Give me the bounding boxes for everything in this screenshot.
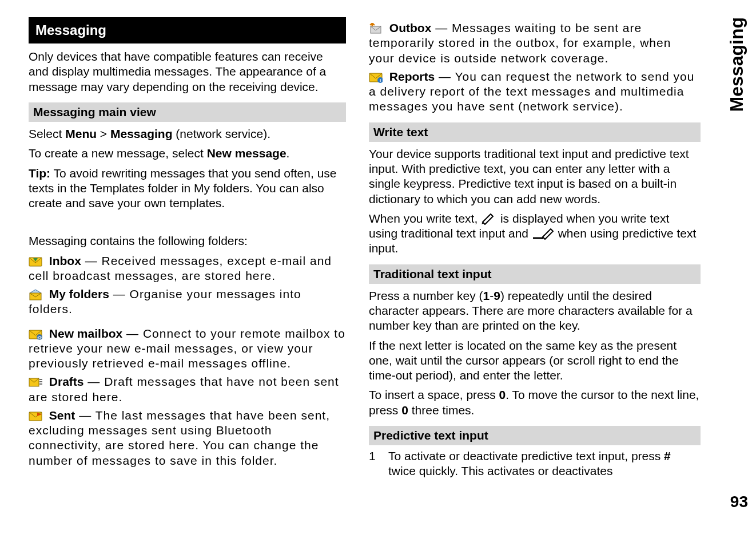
text: . bbox=[287, 147, 290, 160]
folder-new-mailbox: New mailbox — Connect to your remote mai… bbox=[29, 326, 346, 371]
new-message-line: To create a new message, select New mess… bbox=[29, 146, 346, 161]
folder-name: My folders bbox=[49, 287, 109, 300]
folder-name: New mailbox bbox=[49, 327, 122, 340]
inbox-icon bbox=[29, 256, 42, 267]
section-title: Messaging bbox=[29, 17, 346, 43]
text: twice quickly. This activates or deactiv… bbox=[388, 464, 613, 477]
folder-name: Sent bbox=[49, 409, 75, 422]
step-body: To activate or deactivate predictive tex… bbox=[388, 449, 701, 479]
tip-paragraph: Tip: To avoid rewriting messages that yo… bbox=[29, 166, 346, 211]
folder-inbox: Inbox — Received messages, except e-mail… bbox=[29, 254, 346, 284]
text: To create a new message, select bbox=[29, 147, 207, 160]
predictive-steps: 1 To activate or deactivate predictive t… bbox=[369, 449, 701, 479]
intro-text: Only devices that have compatible featur… bbox=[29, 49, 346, 94]
new-mailbox-icon bbox=[29, 329, 42, 340]
folder-sent: Sent — The last messages that have been … bbox=[29, 408, 346, 468]
heading-predictive-text-input: Predictive text input bbox=[369, 426, 701, 445]
write-text-inline: When you write text, is displayed when y… bbox=[369, 211, 701, 256]
select-line: Select Menu > Messaging (network service… bbox=[29, 126, 346, 141]
text: To activate or deactivate predictive tex… bbox=[388, 449, 664, 462]
text: Press a number key ( bbox=[369, 289, 483, 302]
tip-label: Tip: bbox=[29, 167, 50, 180]
tip-body: To avoid rewriting messages that you sen… bbox=[29, 167, 337, 210]
list-item: 1 To activate or deactivate predictive t… bbox=[369, 449, 701, 479]
text: When you write text, bbox=[369, 212, 481, 225]
predictive-input-icon bbox=[532, 228, 555, 240]
heading-messaging-main-view: Messaging main view bbox=[29, 102, 346, 122]
outbox-icon bbox=[369, 23, 383, 34]
traditional-p1: Press a number key (1-9) repeatedly unti… bbox=[369, 288, 701, 334]
step-number: 1 bbox=[369, 449, 380, 479]
drafts-icon bbox=[29, 377, 42, 388]
folder-name: Outbox bbox=[389, 21, 432, 34]
traditional-input-icon bbox=[481, 213, 497, 225]
side-tab-label: Messaging bbox=[725, 17, 748, 112]
folder-name: Drafts bbox=[49, 375, 84, 388]
text: (network service). bbox=[173, 127, 271, 140]
traditional-p3: To insert a space, press 0. To move the … bbox=[369, 387, 701, 418]
key-9: 9 bbox=[494, 289, 500, 302]
text: three times. bbox=[408, 403, 475, 417]
key-0: 0 bbox=[499, 388, 506, 401]
messaging-label: Messaging bbox=[110, 127, 173, 140]
sent-icon bbox=[29, 410, 42, 422]
folder-reports: Reports — You can request the network to… bbox=[369, 69, 701, 114]
key-0: 0 bbox=[401, 403, 408, 417]
traditional-p2: If the next letter is located on the sam… bbox=[369, 338, 701, 383]
reports-icon bbox=[369, 72, 383, 83]
key-1: 1 bbox=[483, 289, 490, 302]
folder-outbox: Outbox — Messages waiting to be sent are… bbox=[369, 21, 701, 66]
new-message-label: New message bbox=[207, 147, 287, 160]
folders-intro: Messaging contains the following folders… bbox=[29, 234, 346, 248]
folder-name: Inbox bbox=[49, 254, 81, 267]
write-text-paragraph: Your device supports traditional text in… bbox=[369, 147, 701, 207]
my-folders-icon bbox=[29, 289, 42, 300]
folder-name: Reports bbox=[389, 70, 435, 83]
key-hash: # bbox=[664, 449, 671, 462]
text: > bbox=[97, 127, 110, 140]
text: Select bbox=[29, 127, 65, 140]
text: To insert a space, press bbox=[369, 388, 499, 401]
page-number: 93 bbox=[730, 492, 748, 512]
folder-drafts: Drafts — Draft messages that have not be… bbox=[29, 374, 346, 405]
heading-write-text: Write text bbox=[369, 122, 701, 142]
folder-my-folders: My folders — Organise your messages into… bbox=[29, 287, 346, 317]
heading-traditional-text-input: Traditional text input bbox=[369, 264, 701, 284]
menu-label: Menu bbox=[65, 127, 97, 140]
